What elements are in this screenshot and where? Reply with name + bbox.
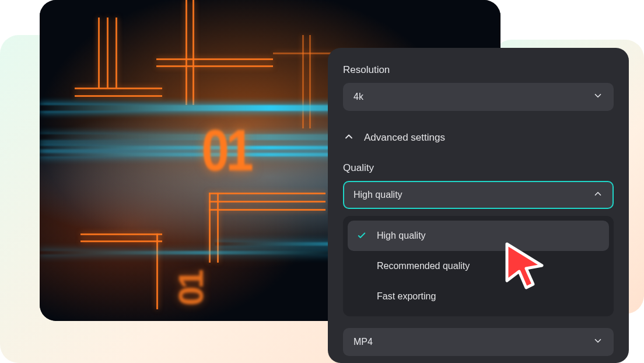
- chevron-down-icon: [593, 336, 603, 348]
- option-label: High quality: [377, 231, 426, 241]
- option-label: Recommended quality: [377, 261, 470, 271]
- advanced-settings-toggle[interactable]: Advanced settings: [343, 125, 614, 151]
- quality-option-fast[interactable]: Fast exporting: [348, 281, 609, 312]
- quality-label: Quality: [343, 162, 614, 174]
- option-label: Fast exporting: [377, 291, 436, 302]
- chevron-down-icon: [593, 90, 603, 103]
- resolution-select[interactable]: 4k: [343, 83, 614, 111]
- quality-option-recommended[interactable]: Recommended quality: [348, 251, 609, 281]
- resolution-value: 4k: [354, 92, 363, 102]
- check-icon: [356, 231, 368, 241]
- advanced-settings-label: Advanced settings: [364, 132, 445, 144]
- format-select[interactable]: MP4: [343, 328, 614, 356]
- quality-option-high[interactable]: High quality: [348, 221, 609, 251]
- chevron-up-icon: [593, 189, 603, 201]
- quality-value: High quality: [354, 190, 402, 200]
- chevron-up-icon: [343, 131, 355, 145]
- format-value: MP4: [354, 337, 373, 347]
- quality-options: High quality Recommended quality Fast ex…: [343, 216, 614, 316]
- resolution-label: Resolution: [343, 64, 614, 76]
- quality-select[interactable]: High quality: [343, 181, 614, 209]
- export-settings-panel: Resolution 4k Advanced settings Quality …: [328, 48, 629, 363]
